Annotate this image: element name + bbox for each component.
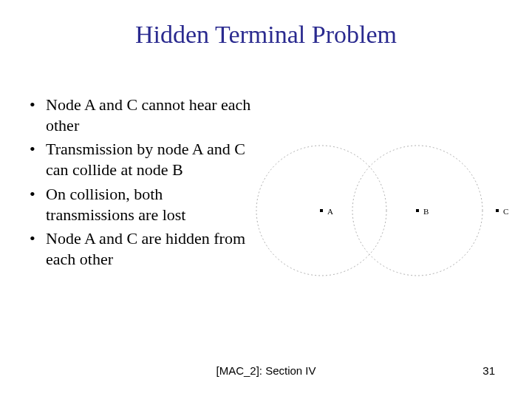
node-a-label: A — [327, 207, 333, 216]
bullet-text: Transmission by node A and C can collide… — [46, 139, 251, 180]
bullet-text: Node A and C are hidden from each other — [46, 228, 251, 270]
bullet-text: On collision, both transmissions are los… — [46, 184, 251, 225]
node-a-dot — [320, 209, 323, 212]
bullet-dot: • — [30, 184, 46, 225]
bullet-text: Node A and C cannot hear each other — [46, 95, 251, 136]
bullet-dot: • — [30, 139, 46, 180]
hidden-terminal-diagram: A B C — [255, 133, 521, 288]
footer-reference: [MAC_2]: Section IV — [0, 364, 532, 377]
bullet-dot: • — [30, 228, 46, 270]
node-c-label: C — [503, 207, 508, 216]
node-c-dot — [496, 209, 499, 212]
list-item: • On collision, both transmissions are l… — [30, 184, 251, 225]
bullet-dot: • — [30, 95, 46, 136]
list-item: • Node A and C are hidden from each othe… — [30, 228, 251, 270]
node-b-dot — [416, 209, 419, 212]
page-number: 31 — [482, 364, 495, 377]
slide: Hidden Terminal Problem • Node A and C c… — [0, 0, 532, 399]
diagram-svg: A B C — [255, 133, 521, 288]
bullet-list: • Node A and C cannot hear each other • … — [30, 95, 251, 273]
list-item: • Node A and C cannot hear each other — [30, 95, 251, 136]
list-item: • Transmission by node A and C can colli… — [30, 139, 251, 180]
node-b-label: B — [423, 207, 429, 216]
slide-title: Hidden Terminal Problem — [0, 21, 532, 49]
